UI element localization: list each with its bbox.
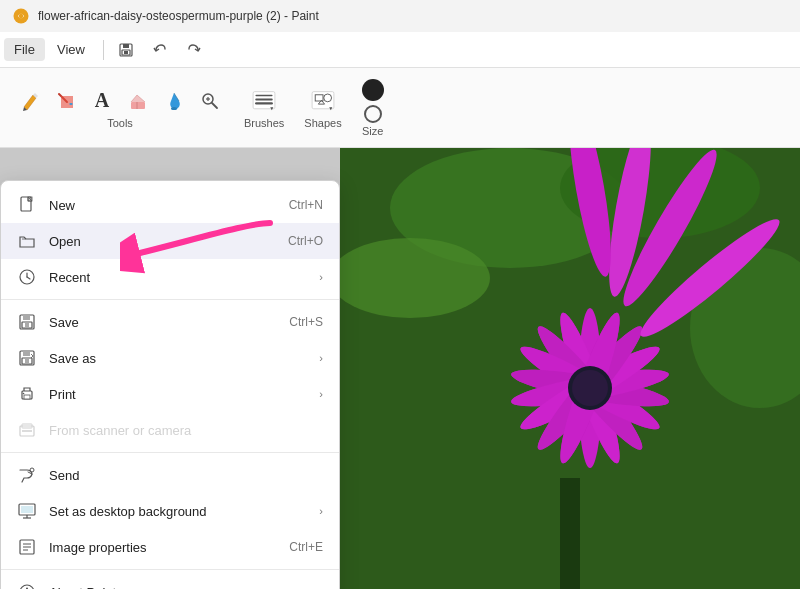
recent-icon [17, 267, 37, 287]
ribbon: A [0, 68, 800, 148]
new-label: New [49, 198, 277, 213]
size-large[interactable] [362, 79, 384, 101]
redo-button[interactable] [180, 36, 208, 64]
menu-item-scanner: From scanner or camera [1, 412, 339, 448]
svg-rect-73 [21, 506, 33, 513]
divider-2 [1, 452, 339, 453]
svg-rect-56 [23, 315, 30, 320]
svg-rect-60 [23, 351, 30, 356]
svg-rect-49 [560, 478, 580, 589]
saveas-chevron: › [319, 352, 323, 364]
title-bar: flower-african-daisy-osteospermum-purple… [0, 0, 800, 32]
file-menu-dropdown: New Ctrl+N Open Ctrl+O Re [0, 180, 340, 589]
save-toolbar-button[interactable] [112, 36, 140, 64]
title-bar-text: flower-african-daisy-osteospermum-purple… [38, 9, 319, 23]
size-label: Size [362, 125, 383, 137]
about-label: About Paint [49, 585, 323, 590]
shapes-label: Shapes [304, 117, 341, 129]
menu-item-send[interactable]: Send [1, 457, 339, 493]
properties-shortcut: Ctrl+E [289, 540, 323, 554]
divider-1 [1, 299, 339, 300]
menu-item-properties[interactable]: Image properties Ctrl+E [1, 529, 339, 565]
save-menu-icon [17, 312, 37, 332]
toolbar-icons [112, 36, 208, 64]
recent-label: Recent [49, 270, 307, 285]
properties-label: Image properties [49, 540, 277, 555]
save-icon [118, 42, 134, 58]
desktop-chevron: › [319, 505, 323, 517]
ribbon-shapes-group: Shapes [304, 87, 341, 129]
properties-icon [17, 537, 37, 557]
app-icon [12, 7, 30, 25]
flower-svg [340, 148, 800, 589]
menu-item-new[interactable]: New Ctrl+N [1, 187, 339, 223]
undo-button[interactable] [146, 36, 174, 64]
eraser-tool[interactable] [124, 87, 152, 115]
send-icon [17, 465, 37, 485]
desktop-icon [17, 501, 37, 521]
magnifier-tool[interactable] [196, 87, 224, 115]
open-icon [17, 231, 37, 251]
ribbon-tools-group: A [16, 87, 224, 129]
menu-item-open[interactable]: Open Ctrl+O [1, 223, 339, 259]
saveas-icon [17, 348, 37, 368]
pencil-tool[interactable] [16, 87, 44, 115]
send-label: Send [49, 468, 323, 483]
brushes-label: Brushes [244, 117, 284, 129]
svg-point-8 [171, 107, 177, 110]
save-shortcut: Ctrl+S [289, 315, 323, 329]
divider-3 [1, 569, 339, 570]
save-label: Save [49, 315, 277, 330]
new-icon [17, 195, 37, 215]
svg-rect-58 [25, 323, 29, 327]
about-icon [17, 582, 37, 589]
menu-file[interactable]: File [4, 38, 45, 61]
svg-point-44 [572, 370, 608, 406]
tools-label: Tools [107, 117, 133, 129]
menu-separator [103, 40, 104, 60]
svg-rect-3 [123, 44, 129, 48]
recent-chevron: › [319, 271, 323, 283]
scanner-label: From scanner or camera [49, 423, 323, 438]
svg-rect-64 [24, 395, 30, 399]
print-chevron: › [319, 388, 323, 400]
ribbon-tools-row: A [16, 87, 224, 115]
main-canvas-area: New Ctrl+N Open Ctrl+O Re [0, 148, 800, 589]
menu-item-desktop[interactable]: Set as desktop background › [1, 493, 339, 529]
new-shortcut: Ctrl+N [289, 198, 323, 212]
ribbon-brushes-group: Brushes [244, 87, 284, 129]
size-options [362, 79, 384, 123]
menu-item-save[interactable]: Save Ctrl+S [1, 304, 339, 340]
undo-icon [152, 42, 168, 58]
size-small[interactable] [364, 105, 382, 123]
shapes-selector[interactable] [309, 87, 337, 115]
saveas-label: Save as [49, 351, 307, 366]
menu-item-saveas[interactable]: Save as › [1, 340, 339, 376]
svg-point-65 [23, 393, 25, 395]
svg-rect-6 [131, 102, 145, 109]
brushes-selector[interactable] [250, 87, 278, 115]
menu-bar: File View [0, 32, 800, 68]
print-icon [17, 384, 37, 404]
redo-icon [186, 42, 202, 58]
open-label: Open [49, 234, 276, 249]
text-tool[interactable]: A [88, 87, 116, 115]
menu-item-about[interactable]: About Paint [1, 574, 339, 589]
color-picker-tool[interactable] [160, 87, 188, 115]
svg-point-1 [19, 14, 24, 19]
fill-tool[interactable] [52, 87, 80, 115]
menu-item-recent[interactable]: Recent › [1, 259, 339, 295]
scanner-icon [17, 420, 37, 440]
print-label: Print [49, 387, 307, 402]
svg-line-54 [27, 277, 30, 279]
svg-point-69 [30, 468, 34, 472]
canvas-image [340, 148, 800, 589]
svg-rect-62 [25, 359, 29, 363]
svg-rect-5 [124, 51, 128, 54]
menu-view[interactable]: View [47, 38, 95, 61]
svg-line-10 [212, 103, 217, 108]
ribbon-size-group: Size [362, 79, 384, 137]
menu-item-print[interactable]: Print › [1, 376, 339, 412]
open-shortcut: Ctrl+O [288, 234, 323, 248]
desktop-label: Set as desktop background [49, 504, 307, 519]
